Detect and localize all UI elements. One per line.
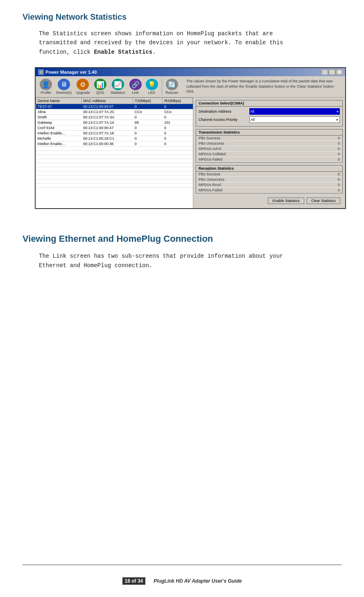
profile-icon: 👤 (40, 79, 52, 90)
device-name-cell: Smith (36, 115, 82, 120)
toolbar-statistics[interactable]: 📈 Statistics (109, 78, 127, 95)
table-row[interactable]: Alina 00:13:C1:07:7A:2C CCo CCo (36, 109, 193, 115)
channel-access-value: All (251, 118, 255, 122)
reception-stats-section: Reception Statistics PBs Success 0 PBs U… (196, 165, 343, 193)
device-name-cell: Alina (36, 109, 82, 115)
pbs-unsuccess-rx-row: PBs Unsuccess 0 (196, 177, 342, 182)
app-icon: ⚡ (38, 69, 44, 75)
toolbar: 👤 Profile 🖥 Device(s) ⚙ Upgrade 📊 QOS 📈 (36, 76, 182, 97)
rx-cell: CCo (163, 109, 193, 115)
toolbar-led[interactable]: 💡 LED (144, 78, 160, 95)
device-name-cell: Conf 9164 (36, 125, 82, 131)
mpdus-failed-tx-label: MPDUs Failed (199, 157, 222, 161)
pbs-success-tx-label: PBs Success (199, 136, 220, 140)
device-name-cell: TEST-07 (36, 104, 82, 109)
toolbar-qos-label: QOS (96, 91, 104, 95)
devices-icon: 🖥 (58, 79, 70, 90)
toolbar-profile[interactable]: 👤 Profile (38, 78, 54, 95)
window-controls[interactable]: _ □ ✕ (321, 69, 343, 75)
table-row[interactable]: Gateway 00:13:C1:07:7A:14 68 101 (36, 120, 193, 125)
table-row[interactable]: Michelle 00:13:C1:05:18:C1 0 0 (36, 136, 193, 141)
table-row-empty (36, 151, 193, 155)
mpdus-collided-row: MPDUs Collided 0 (196, 152, 342, 157)
mpdus-rcvd-label: MPDUs Rcvd (199, 183, 221, 187)
body-text-3: function, click (39, 49, 94, 55)
toolbar-qos[interactable]: 📊 QOS (93, 78, 108, 95)
toolbar-link-label: Link (132, 91, 139, 95)
table-row-empty (36, 167, 193, 171)
toolbar-devices[interactable]: 🖥 Device(s) (54, 78, 73, 95)
table-row[interactable]: Intellon Enable... 00:13:C1:07:7A:18 0 0 (36, 131, 193, 136)
mac-cell: 00:13:C1:07:7A:18 (81, 131, 133, 136)
action-buttons: Enable Statistics Clear Statistics (196, 196, 343, 206)
close-button[interactable]: ✕ (336, 69, 343, 75)
rx-cell: 0 (163, 136, 193, 141)
section2-body-text1: The Link screen has two sub-screens that… (39, 253, 283, 259)
upgrade-icon: ⚙ (77, 79, 89, 90)
toolbar-rescan-label: Rescan (166, 91, 179, 95)
table-row-empty (36, 175, 193, 179)
toolbar-link[interactable]: 🔗 Link (128, 78, 143, 95)
maximize-button[interactable]: □ (329, 69, 335, 75)
mpdus-ackd-label: MPDUs Ack'd (199, 147, 221, 151)
pbs-success-tx-value: 0 (332, 136, 340, 140)
table-row[interactable]: Conf 9164 00:13:C1:00:00:47 0 0 (36, 125, 193, 131)
mac-cell: 00:13:C1:07:7A:2C (81, 109, 133, 115)
toolbar-profile-label: Profile (41, 91, 51, 95)
section2-body-text2: Ethernet and HomePlug connection. (39, 262, 152, 269)
mpdus-failed-tx-value: 0 (332, 157, 340, 161)
pbs-success-rx-value: 0 (332, 172, 340, 176)
document-title: PlugLink HD AV Adapter User's Guide (154, 578, 242, 584)
body-bold: Enable Statistics (94, 49, 152, 55)
table-row[interactable]: Smith 00:13:C1:07:7A:3A 0 0 (36, 115, 193, 120)
table-row-empty (36, 147, 193, 151)
tx-cell: 0 (133, 104, 163, 109)
mac-cell: 00:13:C1:00:00:47 (81, 125, 133, 131)
pbs-unsuccess-tx-row: PBs Unsuccess 0 (196, 141, 342, 146)
minimize-button[interactable]: _ (321, 69, 328, 75)
tx-cell: 0 (133, 136, 163, 141)
qos-icon: 📊 (94, 79, 106, 90)
mpdus-failed-rx-row: MPDUs Failed 0 (196, 188, 342, 193)
tx-cell: 68 (133, 120, 163, 125)
window-titlebar: ⚡ Power Manager ver 1.40 _ □ ✕ (36, 68, 345, 76)
mac-cell: 00:13:C1:00:00:07 (81, 104, 133, 109)
pbs-success-rx-row: PBs Success 0 (196, 172, 342, 177)
mpdus-collided-value: 0 (332, 152, 340, 156)
section1-body: The Statistics screen shows information … (39, 29, 341, 57)
table-row[interactable]: Intellon Enable... 00:13:C1:00:00:36 0 0 (36, 141, 193, 147)
tx-cell: 0 (133, 141, 163, 147)
mpdus-collided-label: MPDUs Collided (199, 152, 226, 156)
dropdown-arrow-icon: ▼ (336, 110, 339, 113)
info-text-area: The values shown by the Power Manager is… (182, 76, 345, 97)
window-title: Power Manager ver 1.40 (45, 70, 97, 75)
rx-cell: 0 (163, 125, 193, 131)
page-number: 18 of 34 (122, 577, 146, 585)
table-row-empty (36, 171, 193, 175)
section2-body: The Link screen has two sub-screens that… (39, 252, 341, 270)
channel-access-dropdown[interactable]: All ▼ (249, 116, 340, 123)
channel-access-label: Channel Access Priority (199, 118, 248, 122)
table-row[interactable]: TEST-07 00:13:C1:00:00:07 0 0 (36, 104, 193, 109)
mpdus-ackd-value: 0 (332, 147, 340, 151)
statistics-icon: 📈 (112, 79, 124, 90)
transmission-stats-title: Transmission Statistics (196, 129, 342, 136)
mpdus-rcvd-row: MPDUs Rcvd 0 (196, 182, 342, 188)
destination-address-value: All (250, 109, 254, 113)
clear-statistics-button[interactable]: Clear Statistics (307, 197, 340, 204)
device-table: Device Name MAC Address TX(Mbps) RX(Mbps… (36, 98, 193, 188)
col-tx: TX(Mbps) (133, 98, 163, 104)
toolbar-upgrade[interactable]: ⚙ Upgrade (74, 78, 92, 95)
toolbar-rescan[interactable]: 🔄 Rescan (164, 78, 180, 95)
section2-title: Viewing Ethernet and HomePlug Connection (23, 234, 341, 244)
destination-address-dropdown[interactable]: All ▼ (249, 108, 340, 115)
link-icon: 🔗 (129, 79, 142, 90)
body-end: . (152, 49, 156, 55)
mac-cell: 00:13:C1:05:18:C1 (81, 136, 133, 141)
rx-cell: 0 (163, 131, 193, 136)
pbs-unsuccess-rx-label: PBs Unsuccess (199, 177, 224, 182)
mpdus-failed-tx-row: MPDUs Failed 0 (196, 157, 342, 162)
enable-statistics-button[interactable]: Enable Statistics (268, 197, 304, 204)
transmission-stats-section: Transmission Statistics PBs Success 0 PB… (196, 129, 343, 163)
window-body: Device Name MAC Address TX(Mbps) RX(Mbps… (36, 98, 345, 208)
